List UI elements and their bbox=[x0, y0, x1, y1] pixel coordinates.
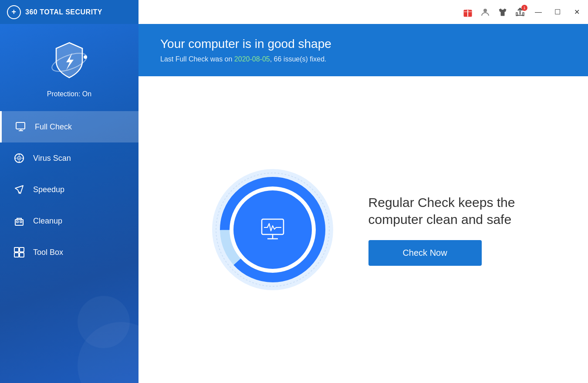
sidebar-item-speedup[interactable]: Speedup bbox=[0, 174, 139, 205]
nav-menu: Full Check Virus Scan bbox=[0, 111, 139, 383]
sidebar-item-toolbox[interactable]: Tool Box bbox=[0, 237, 139, 268]
svg-point-19 bbox=[19, 158, 20, 159]
tagline: Regular Check keeps the computer clean a… bbox=[368, 194, 515, 228]
content-area: Your computer is in good shape Last Full… bbox=[139, 24, 588, 383]
toolbox-icon bbox=[13, 246, 25, 258]
health-chart bbox=[212, 169, 334, 291]
svg-rect-24 bbox=[14, 247, 19, 252]
banner-title: Your computer is in good shape bbox=[160, 37, 566, 51]
minimize-button[interactable]: — bbox=[532, 6, 544, 18]
subtitle-suffix: , 66 issue(s) fixed. bbox=[270, 55, 327, 63]
toolbox-label: Tool Box bbox=[33, 248, 63, 257]
svg-point-9 bbox=[84, 55, 87, 59]
banner-date: 2020-08-05 bbox=[234, 55, 270, 63]
sidebar-item-full-check[interactable]: Full Check bbox=[0, 111, 139, 142]
svg-rect-26 bbox=[14, 253, 19, 257]
svg-rect-22 bbox=[20, 221, 22, 223]
protection-status: Protection: On bbox=[47, 90, 91, 98]
right-panel: Regular Check keeps the computer clean a… bbox=[368, 194, 515, 266]
svg-point-4 bbox=[483, 9, 487, 12]
svg-rect-27 bbox=[20, 253, 24, 257]
virus-scan-label: Virus Scan bbox=[33, 154, 71, 163]
cleanup-label: Cleanup bbox=[33, 217, 62, 226]
gift-button[interactable] bbox=[463, 7, 473, 17]
status-banner: Your computer is in good shape Last Full… bbox=[139, 24, 588, 76]
sidebar-item-virus-scan[interactable]: Virus Scan bbox=[0, 142, 139, 174]
upload-button[interactable]: 1 bbox=[515, 7, 525, 17]
app-logo: + bbox=[7, 5, 21, 19]
main-layout: Protection: On Full Check bbox=[0, 24, 588, 383]
virus-scan-icon bbox=[13, 152, 25, 164]
cleanup-icon bbox=[13, 215, 25, 227]
banner-subtitle: Last Full Check was on 2020-08-05, 66 is… bbox=[160, 55, 566, 63]
svg-rect-10 bbox=[16, 122, 25, 129]
speedup-label: Speedup bbox=[33, 185, 64, 194]
speedup-icon bbox=[13, 183, 25, 196]
check-now-button[interactable]: Check Now bbox=[368, 240, 482, 266]
sidebar: Protection: On Full Check bbox=[0, 24, 139, 383]
chart-center bbox=[233, 190, 312, 269]
tagline-line1: Regular Check keeps the bbox=[368, 195, 515, 210]
svg-rect-25 bbox=[20, 247, 24, 252]
titlebar-controls: 1 — ☐ ✕ bbox=[139, 0, 588, 24]
app-brand: + 360 TOTAL SECURITY bbox=[0, 5, 139, 19]
upload-badge: 1 bbox=[521, 5, 527, 11]
shield-icon bbox=[45, 37, 93, 85]
logo-symbol: + bbox=[11, 7, 16, 17]
main-content: Regular Check keeps the computer clean a… bbox=[139, 76, 588, 383]
close-button[interactable]: ✕ bbox=[571, 6, 583, 18]
app-title: 360 TOTAL SECURITY bbox=[25, 8, 102, 16]
sidebar-item-cleanup[interactable]: Cleanup bbox=[0, 205, 139, 237]
tagline-line2: computer clean and safe bbox=[368, 212, 512, 227]
full-check-label: Full Check bbox=[35, 122, 72, 132]
titlebar: + 360 TOTAL SECURITY bbox=[0, 0, 588, 24]
logo-area: Protection: On bbox=[45, 37, 93, 98]
svg-rect-21 bbox=[17, 221, 18, 223]
full-check-icon bbox=[15, 121, 27, 133]
user-button[interactable] bbox=[480, 7, 490, 17]
maximize-button[interactable]: ☐ bbox=[551, 6, 564, 18]
subtitle-prefix: Last Full Check was on bbox=[160, 55, 234, 63]
shirt-button[interactable] bbox=[497, 7, 508, 17]
